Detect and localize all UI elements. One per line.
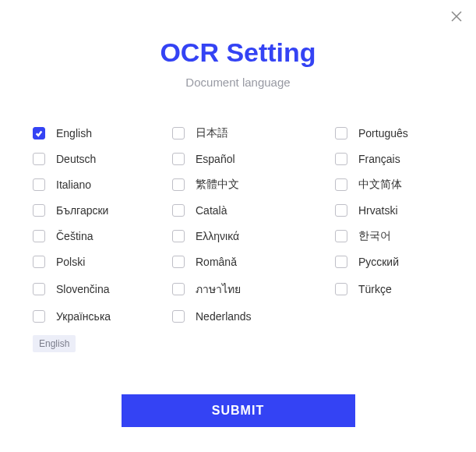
selected-language-tag[interactable]: English [33, 335, 76, 352]
language-label: Русский [358, 256, 399, 268]
language-option[interactable]: Русский [312, 256, 443, 268]
language-checkbox[interactable] [335, 256, 347, 268]
language-option[interactable]: English [33, 126, 164, 140]
language-label: Français [358, 153, 400, 165]
close-button[interactable] [450, 9, 464, 23]
language-option[interactable]: Català [172, 204, 304, 217]
language-option[interactable]: Română [172, 256, 304, 268]
language-checkbox[interactable] [172, 204, 185, 217]
close-icon [451, 11, 462, 22]
language-option[interactable]: Deutsch [33, 153, 164, 165]
check-icon [35, 129, 43, 137]
language-label: Ελληνικά [196, 230, 239, 242]
language-label: Hrvatski [358, 204, 398, 217]
language-checkbox[interactable] [172, 178, 185, 191]
language-checkbox[interactable] [172, 283, 185, 295]
language-checkbox[interactable] [33, 256, 45, 268]
language-checkbox[interactable] [335, 230, 347, 242]
language-checkbox[interactable] [33, 153, 45, 165]
page-title: OCR Setting [0, 37, 476, 68]
language-label: 日本語 [196, 126, 228, 140]
language-checkbox[interactable] [33, 310, 45, 323]
language-option[interactable]: Français [312, 153, 443, 165]
language-label: Čeština [56, 230, 93, 242]
language-checkbox[interactable] [33, 204, 45, 217]
language-label: Català [196, 204, 227, 217]
language-label: Español [196, 153, 235, 165]
language-checkbox[interactable] [335, 204, 347, 217]
language-option[interactable]: Ελληνικά [172, 229, 304, 243]
page-subtitle: Document language [0, 76, 476, 89]
language-label: Nederlands [196, 310, 252, 323]
language-option[interactable]: 繁體中文 [172, 178, 304, 192]
language-checkbox[interactable] [172, 310, 185, 323]
language-checkbox[interactable] [172, 256, 185, 268]
language-label: 한국어 [358, 229, 391, 243]
language-option[interactable]: Polski [33, 256, 164, 268]
language-option[interactable]: Português [312, 126, 443, 140]
language-checkbox[interactable] [33, 178, 45, 191]
language-label: Slovenčina [56, 283, 110, 295]
language-option[interactable]: Türkçe [312, 281, 443, 298]
language-option[interactable]: 日本語 [172, 126, 304, 140]
language-checkbox[interactable] [335, 153, 347, 165]
language-checkbox[interactable] [172, 230, 185, 242]
language-option[interactable]: Hrvatski [312, 204, 443, 217]
language-label: Deutsch [56, 153, 96, 165]
language-label: Română [196, 256, 237, 268]
submit-button[interactable]: SUBMIT [122, 394, 355, 427]
language-label: Português [358, 127, 408, 139]
selected-tag-row: English [0, 323, 476, 352]
language-label: English [56, 127, 92, 139]
language-checkbox[interactable] [335, 283, 347, 295]
language-checkbox[interactable] [33, 230, 45, 242]
language-checkbox[interactable] [335, 127, 347, 139]
language-option[interactable]: Slovenčina [33, 281, 164, 298]
language-label: 繁體中文 [196, 178, 239, 192]
language-option[interactable]: Español [172, 153, 304, 165]
language-grid: English日本語PortuguêsDeutschEspañolFrançai… [0, 126, 476, 323]
language-option[interactable]: Italiano [33, 178, 164, 192]
language-option[interactable]: 한국어 [312, 229, 443, 243]
language-checkbox[interactable] [172, 153, 185, 165]
language-option[interactable]: Nederlands [172, 310, 304, 323]
language-label: ภาษาไทย [196, 281, 241, 298]
language-checkbox[interactable] [33, 127, 45, 139]
language-label: Italiano [56, 178, 91, 191]
language-option[interactable]: Čeština [33, 229, 164, 243]
language-checkbox[interactable] [335, 178, 347, 191]
language-label: Polski [56, 256, 85, 268]
language-label: 中文简体 [358, 178, 402, 192]
language-option[interactable]: Български [33, 204, 164, 217]
language-checkbox[interactable] [33, 283, 45, 295]
language-option[interactable]: ภาษาไทย [172, 281, 304, 298]
language-option[interactable]: Українська [33, 310, 164, 323]
language-label: Български [56, 204, 108, 217]
language-label: Türkçe [358, 283, 392, 295]
language-checkbox[interactable] [172, 127, 185, 139]
language-option[interactable]: 中文简体 [312, 178, 443, 192]
language-label: Українська [56, 310, 111, 323]
